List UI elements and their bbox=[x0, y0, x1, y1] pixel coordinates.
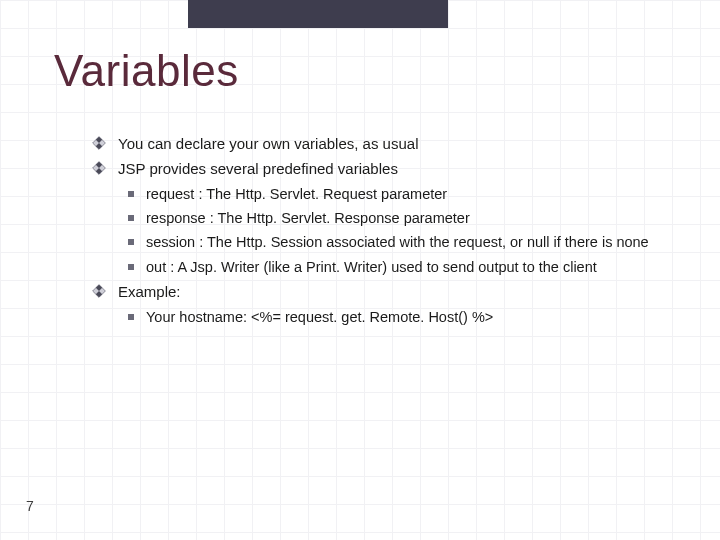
square-bullet-icon bbox=[128, 264, 134, 270]
sub-bullet-item: Your hostname: <%= request. get. Remote.… bbox=[92, 306, 684, 328]
sub-bullet-text: out : A Jsp. Writer (like a Print. Write… bbox=[146, 259, 597, 275]
bullet-item: JSP provides several predefined variable… bbox=[92, 157, 684, 180]
slide-body: You can declare your own variables, as u… bbox=[92, 132, 684, 330]
bullet-text: You can declare your own variables, as u… bbox=[118, 135, 418, 152]
bullet-text: Example: bbox=[118, 283, 181, 300]
square-bullet-icon bbox=[128, 215, 134, 221]
square-bullet-icon bbox=[128, 191, 134, 197]
square-bullet-icon bbox=[128, 239, 134, 245]
bullet-text: JSP provides several predefined variable… bbox=[118, 160, 398, 177]
square-bullet-icon bbox=[128, 314, 134, 320]
sub-bullet-item: response : The Http. Servlet. Response p… bbox=[92, 207, 684, 229]
sub-bullet-text: request : The Http. Servlet. Request par… bbox=[146, 186, 447, 202]
page-number: 7 bbox=[26, 498, 34, 514]
sub-bullet-item: request : The Http. Servlet. Request par… bbox=[92, 183, 684, 205]
bullet-item: Example: bbox=[92, 280, 684, 303]
sub-bullet-item: out : A Jsp. Writer (like a Print. Write… bbox=[92, 256, 684, 278]
slide-title: Variables bbox=[54, 46, 239, 96]
diamond-bullet-icon bbox=[92, 284, 106, 298]
sub-bullet-text: response : The Http. Servlet. Response p… bbox=[146, 210, 470, 226]
sub-bullet-text: Your hostname: <%= request. get. Remote.… bbox=[146, 309, 493, 325]
decorative-topbar bbox=[188, 0, 448, 28]
diamond-bullet-icon bbox=[92, 136, 106, 150]
diamond-bullet-icon bbox=[92, 161, 106, 175]
sub-bullet-text: session : The Http. Session associated w… bbox=[146, 234, 649, 250]
sub-bullet-item: session : The Http. Session associated w… bbox=[92, 231, 684, 253]
slide: Variables You can declare your own varia… bbox=[0, 0, 720, 540]
bullet-item: You can declare your own variables, as u… bbox=[92, 132, 684, 155]
